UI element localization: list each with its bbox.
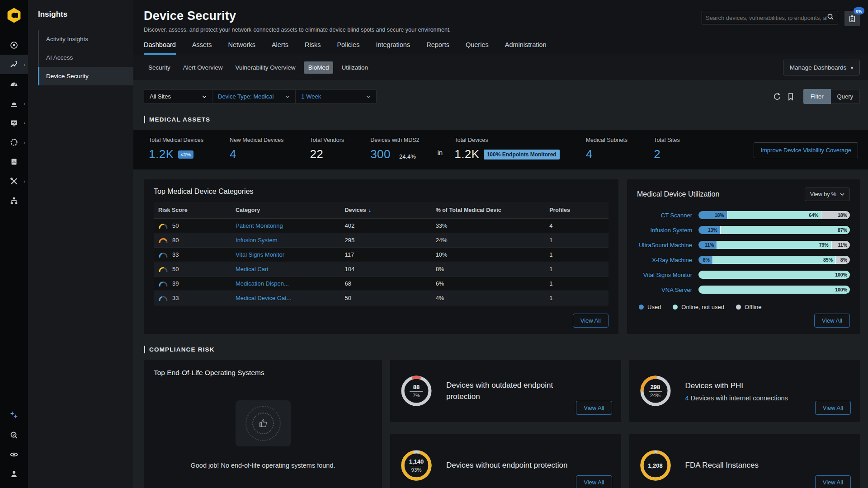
subtab-vulnerability-overview[interactable]: Vulnerability Overview [231,61,300,74]
stat-value[interactable]: 1.2K [454,147,480,161]
utilization-bar: 100% [698,286,850,294]
user-icon[interactable] [0,464,28,483]
tab-networks[interactable]: Networks [228,41,255,55]
manage-dashboards-button[interactable]: Manage Dashboards ▾ [783,60,860,75]
category-link[interactable]: Vital Signs Monitor [236,251,284,258]
view-all-button[interactable]: View All [815,475,851,488]
card-title: Medical Device Utilization [637,190,719,198]
ai-sparkles-icon[interactable] [0,406,28,425]
utilization-device-link[interactable]: X-Ray Machine [637,257,692,263]
improve-visibility-button[interactable]: Improve Device Visibility Coverage [754,142,858,158]
filter-bar: All Sites Device Type: Medical 1 Week [144,89,860,104]
stat-label: Total Sites [654,137,680,143]
stat-value[interactable]: 4 [586,147,593,161]
network-icon[interactable] [0,191,28,210]
dashboard-gauge-icon[interactable] [0,74,28,94]
category-link[interactable]: Infusion System [236,237,278,244]
utilization-device-link[interactable]: Vital Signs Monitor [637,272,692,278]
refresh-icon[interactable] [773,92,782,101]
donut-chart: 298 24% [638,374,673,408]
coverage-badge: 0% [854,7,864,14]
legend-dot [639,305,644,310]
col-devices[interactable]: Devices↓ [340,202,431,219]
view-all-button[interactable]: View All [573,314,609,328]
devices-count: 50 [340,291,431,305]
armis-logo[interactable] [6,7,22,23]
tab-assets[interactable]: Assets [192,41,212,55]
view-by-value: View by % [810,191,836,197]
tab-queries[interactable]: Queries [466,41,489,55]
time-range-dropdown[interactable]: 1 Week [296,90,376,103]
bar-segment-online: 87% [720,226,850,234]
stat-value[interactable]: 1.2K [149,147,174,161]
stat-value[interactable]: 22 [310,147,323,161]
tab-integrations[interactable]: Integrations [376,41,410,55]
category-link[interactable]: Patient Monitoring [236,222,283,229]
query-button[interactable]: Query [831,89,860,104]
col-category[interactable]: Category [231,202,340,219]
pct-of-total: 8% [431,262,545,277]
view-by-dropdown[interactable]: View by % [805,188,850,201]
activities-icon[interactable]: › [0,132,28,152]
bar-segment-online: 100% [698,271,850,279]
tools-icon[interactable]: › [0,171,28,191]
tab-administration[interactable]: Administration [505,41,547,55]
subtab-utilization[interactable]: Utilization [337,61,373,74]
utilization-device-link[interactable]: CT Scanner [637,212,692,219]
subtab-security[interactable]: Security [144,61,175,74]
chevron-down-icon [202,95,207,98]
chevron-right-icon: › [24,120,25,126]
devices-monitor-icon[interactable]: › [0,113,28,132]
tab-policies[interactable]: Policies [337,41,359,55]
col-risk-score[interactable]: Risk Score [154,202,231,219]
category-link[interactable]: Medical Device Gat... [236,295,292,301]
profiles-count: 4 [545,219,609,233]
view-all-button[interactable]: View All [576,475,612,488]
stat-value[interactable]: 2 [654,147,660,161]
subtab-biomed[interactable]: BioMed [304,61,334,74]
donut-chart: 88 7% [399,374,434,408]
device-type-dropdown[interactable]: Device Type: Medical [212,90,296,103]
manage-dashboards-label: Manage Dashboards [790,64,846,71]
filter-button[interactable]: Filter [803,89,831,104]
alerts-icon[interactable]: › [0,94,28,113]
risk-gauge-icon [158,252,168,258]
discovery-icon[interactable] [0,35,28,55]
category-link[interactable]: Medication Dispen... [236,280,289,287]
sidebar-item-device-security[interactable]: Device Security [39,67,133,85]
reports-icon[interactable] [0,152,28,171]
search-check-icon[interactable] [0,425,28,445]
search-input[interactable] [706,14,827,21]
coverage-checklist-button[interactable]: 0% [844,11,860,26]
tab-dashboard[interactable]: Dashboard [144,41,176,55]
insights-icon[interactable]: › [0,55,28,74]
search-icon[interactable] [827,13,834,22]
view-all-button[interactable]: View All [815,401,851,415]
stat-total-medical-devices: Total Medical Devices 1.2K<1% [149,137,203,161]
col-profiles[interactable]: Profiles [545,202,609,219]
utilization-device-link[interactable]: VNA Server [637,286,692,293]
insights-items: Activity Insights AI Access Device Secur… [38,30,133,85]
tab-reports[interactable]: Reports [426,41,449,55]
eye-icon[interactable] [0,445,28,464]
stat-value[interactable]: 300 [370,147,391,161]
eol-message: Good job! No end-of-life operating syste… [154,462,372,469]
tab-risks[interactable]: Risks [305,41,321,55]
utilization-device-link[interactable]: Infusion System [637,227,692,234]
sites-dropdown[interactable]: All Sites [144,90,212,103]
donut-value: 88 [413,384,420,390]
col-pct-total[interactable]: % of Total Medical Devic [431,202,545,219]
donut-divider [649,391,662,392]
view-all-button[interactable]: View All [576,401,612,415]
sidebar-item-ai-access[interactable]: AI Access [39,48,133,67]
subtab-alert-overview[interactable]: Alert Overview [179,61,227,74]
utilization-device-link[interactable]: UltraSound Machine [637,242,692,249]
stat-value[interactable]: 4 [230,147,236,161]
tab-alerts[interactable]: Alerts [272,41,288,55]
utilization-bar: 8%85%8% [698,256,850,264]
risk-gauge-icon [158,223,168,229]
sidebar-item-activity-insights[interactable]: Activity Insights [39,30,133,48]
bookmark-icon[interactable] [786,92,795,101]
view-all-button[interactable]: View All [814,314,850,328]
category-link[interactable]: Medical Cart [236,266,269,272]
